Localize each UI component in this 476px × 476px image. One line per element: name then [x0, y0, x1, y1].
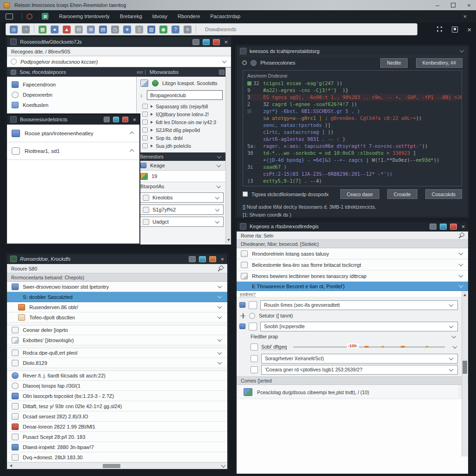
record-icon[interactable] — [213, 39, 220, 45]
chevron-down-icon[interactable] — [216, 294, 223, 300]
record-row[interactable]: Exbottes' [)itrowolsglv) — [7, 335, 227, 345]
list-item[interactable]: Riottrear1, sd1 — [7, 142, 139, 160]
record-row[interactable]: Dlaest-iropeld: 2880 3n-bpaw!7 — [7, 442, 227, 452]
chevron-down-icon[interactable] — [216, 360, 223, 366]
user-red-icon[interactable] — [26, 13, 33, 20]
keage-dropdown[interactable]: Keage — [137, 161, 225, 171]
chevron-down-icon[interactable] — [216, 153, 222, 160]
combo-field[interactable]: 'Coeara gner rd <ptotlives lsgb1 253:263… — [261, 365, 458, 375]
slider-tick[interactable] — [364, 346, 369, 348]
chevron-down-icon[interactable] — [216, 337, 223, 344]
menu-item[interactable]: Pacasctrrdap — [205, 13, 245, 19]
horizontal-scrollbar[interactable] — [7, 462, 227, 469]
vertical-scrollbar[interactable] — [225, 67, 231, 244]
chevron-down-icon[interactable] — [214, 194, 220, 201]
code-editor[interactable]: Aesmom Dndesne 32tcigos1 essae -eag'g(24… — [243, 70, 462, 186]
tree-item[interactable]: Sop its. dnbl — [142, 134, 225, 142]
list-item[interactable]: Dopeoxrerbn — [7, 90, 136, 100]
dock-icon[interactable] — [192, 39, 199, 45]
slider-tick[interactable] — [382, 346, 384, 348]
clock-icon[interactable]: ◷ — [111, 26, 119, 33]
vertical-scrollbar[interactable] — [462, 291, 468, 456]
s1g7-dropdown[interactable]: S1g7yf%2 — [139, 205, 224, 215]
record-row[interactable]: Rever /t. j. 6ardt 6lcsads slt asch:22) — [7, 370, 227, 381]
scope-combobox[interactable]: Podipsgelvor inssducsnoo kccser) — [7, 56, 231, 67]
filter-icon[interactable] — [219, 70, 225, 75]
record-row[interactable]: Dittaft, tesz y/ 93tr cnn 02le 42-1=2 gg… — [7, 401, 227, 411]
record-row[interactable]: Olin lasocprb topcoiiot (bs:1.23-3 - 2.?… — [7, 391, 227, 401]
nedite-button[interactable]: Nedite — [380, 58, 407, 68]
chevron-down-icon[interactable] — [457, 262, 464, 268]
chevron-down-icon[interactable] — [457, 283, 464, 290]
record-row[interactable]: Rodca dpe-qu8,ert pleol — [7, 348, 227, 358]
menu-item[interactable]: Rbondere — [172, 13, 205, 19]
chevron-down-icon[interactable] — [450, 333, 457, 340]
chevron-down-icon[interactable] — [448, 323, 454, 330]
panel-icon[interactable]: ▥ — [147, 26, 155, 33]
chevron-down-icon[interactable] — [216, 350, 223, 356]
dock-icon[interactable] — [430, 224, 436, 230]
window-outline-icon[interactable] — [6, 13, 13, 20]
ceaco-dase-button[interactable]: Ceaco dase — [340, 189, 379, 199]
dock-icon[interactable] — [104, 117, 110, 122]
value-row[interactable]: 19 — [137, 171, 225, 182]
record-icon[interactable] — [122, 117, 128, 122]
tree-item[interactable]: I(Qjtlbary boone lotinx-2! — [142, 110, 225, 118]
chevron-down-icon[interactable] — [214, 206, 220, 213]
tree-item[interactable]: Sua jdh polelclis — [142, 142, 225, 150]
close-icon[interactable]: × — [220, 256, 224, 263]
copy-icon[interactable]: ⊞ — [87, 26, 95, 33]
user-icon[interactable]: ● — [51, 26, 59, 33]
kreolobs-dropdown[interactable]: Kreolobs — [139, 192, 224, 203]
menu-item[interactable]: Bretarekg — [115, 13, 147, 19]
window-icon[interactable] — [440, 224, 447, 230]
pin-icon[interactable] — [218, 266, 223, 271]
record-icon[interactable] — [209, 256, 216, 262]
record-row[interactable]: S: doobler Sascalzted — [7, 292, 227, 302]
close-icon[interactable]: × — [467, 26, 471, 33]
window-icon[interactable] — [199, 256, 206, 262]
scroll-down-button[interactable] — [226, 237, 231, 243]
value-slider[interactable]: -100- — [290, 343, 448, 350]
close-icon[interactable]: × — [463, 13, 470, 20]
sort-updown-icon[interactable]: ↕ — [139, 93, 144, 98]
fledtler-group-row[interactable]: Fledtler prap — [239, 332, 458, 341]
gear-icon[interactable]: ∗ — [123, 26, 131, 33]
checkbox[interactable] — [243, 192, 248, 197]
slider-tick[interactable] — [401, 346, 405, 348]
chevron-up-icon[interactable] — [128, 130, 135, 137]
chevron-down-icon[interactable] — [448, 366, 454, 373]
slider-tick[interactable] — [426, 346, 428, 348]
chevron-down-icon[interactable] — [216, 284, 223, 290]
scrollbar-thumb[interactable] — [103, 464, 120, 468]
combo-field[interactable]: Soobh [ncppersdle — [260, 322, 458, 331]
record-row[interactable]: Tofeo-dpolt dbsctlen — [7, 312, 227, 323]
plus-icon[interactable] — [240, 313, 245, 318]
close-icon[interactable]: × — [461, 223, 465, 230]
record-row[interactable]: Dvq-+donest. 28tJl 183.30 — [7, 452, 227, 463]
close-button[interactable]: × — [466, 2, 472, 9]
record-row[interactable]: Swer-drsovecwo toasoer slst lpetsntry — [7, 282, 227, 292]
chevron-down-icon[interactable] — [457, 251, 464, 257]
grid-dots-icon[interactable] — [437, 26, 443, 32]
close-icon[interactable]: × — [132, 116, 136, 123]
maximize-button[interactable] — [451, 3, 456, 7]
property-row[interactable]: Belicestomte tiea-tiro sas ftorre britac… — [237, 259, 468, 271]
chevron-down-icon[interactable] — [215, 162, 222, 169]
filter-input[interactable] — [147, 90, 223, 100]
menu-item[interactable]: Idvoay — [147, 13, 172, 19]
property-row[interactable]: Rhores bewiers lecttinner bones tanascsr… — [237, 271, 468, 282]
grid-icon[interactable]: ▦ — [39, 26, 46, 33]
app-green-icon[interactable]: ▦ — [42, 13, 48, 20]
add-icon[interactable] — [189, 256, 196, 262]
search-input[interactable] — [205, 26, 413, 32]
record-row[interactable]: Dcsad sersest 282) 2.8)/3.IO — [7, 411, 227, 422]
chevron-down-icon[interactable] — [220, 463, 226, 469]
chat-icon[interactable]: ▤ — [99, 26, 107, 33]
select-icon[interactable]: ◎ — [10, 26, 18, 33]
chevron-down-icon[interactable] — [221, 59, 227, 65]
chevron-down-icon[interactable] — [448, 355, 454, 362]
close-icon[interactable]: × — [224, 39, 228, 46]
list-item[interactable]: Koedtuslen — [7, 100, 136, 110]
chevron-down-icon[interactable] — [216, 304, 223, 311]
